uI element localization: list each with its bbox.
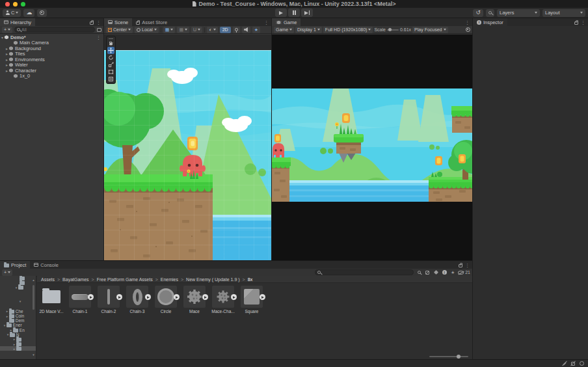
scale-slider-thumb[interactable] (388, 28, 392, 31)
scene-effects-toggle[interactable]: ★ (252, 27, 260, 33)
scene-picker-icon[interactable] (97, 28, 101, 32)
tree-folder-row[interactable]: ▾ (0, 299, 36, 304)
size-slider-thumb[interactable] (457, 355, 461, 359)
kebab-menu-icon[interactable]: ⋮ (581, 20, 585, 25)
hierarchy-item[interactable]: ▸ Character (0, 68, 103, 74)
asset-item[interactable]: Square (239, 286, 265, 314)
lock-icon[interactable] (459, 264, 462, 267)
kebab-menu-icon[interactable]: ⋮ (465, 20, 470, 25)
asset-item[interactable]: Chain-3 (124, 286, 150, 314)
tree-scrollbar[interactable]: ▲ ▼ (32, 279, 35, 357)
lock-icon[interactable] (90, 21, 94, 25)
hierarchy-item[interactable]: ▸ Water (0, 62, 103, 68)
asset-item[interactable]: Chain-2 (96, 286, 122, 314)
tab-hierarchy[interactable]: Hierarchy (0, 18, 35, 26)
asset-item[interactable]: 2D Mace V... (38, 286, 64, 314)
scrollbar-thumb[interactable] (33, 285, 34, 310)
hierarchy-item[interactable]: 1x_0 (0, 74, 103, 79)
breadcrumb-item[interactable]: Free Platform Game Assets (96, 277, 159, 282)
create-asset-dropdown[interactable]: + (2, 269, 12, 276)
hierarchy-item[interactable]: ▸ Tiles (0, 51, 103, 57)
2d-mode-toggle[interactable]: 2D (220, 27, 231, 33)
label-filter-icon[interactable] (433, 269, 439, 275)
scene-viewport[interactable] (104, 34, 271, 260)
rect-tool[interactable] (107, 68, 114, 75)
search-by-type-icon[interactable] (416, 269, 422, 275)
tree-folder-row[interactable]: ▸ En (0, 328, 36, 333)
tree-folder-row[interactable]: ▾ (0, 285, 36, 290)
thumbnail-size-slider[interactable] (429, 356, 468, 357)
tab-scene[interactable]: Scene (104, 18, 132, 26)
kebab-menu-icon[interactable]: ⋮ (465, 263, 470, 267)
resolution-dropdown[interactable]: Full HD (1920x1080) (323, 27, 373, 33)
hierarchy-item[interactable]: ▸ Background (0, 46, 103, 51)
auto-lighting-off-icon[interactable] (562, 361, 567, 366)
pause-button[interactable] (288, 8, 300, 17)
package-filter-icon[interactable] (424, 269, 431, 275)
hierarchy-item[interactable]: ▸ Environments (0, 57, 103, 62)
tab-asset-store[interactable]: Asset Store (132, 18, 171, 26)
scale-tool[interactable] (107, 61, 114, 68)
add-object-dropdown[interactable]: + (2, 27, 12, 33)
favorites-star-icon[interactable]: ★ (449, 269, 456, 275)
play-badge[interactable] (231, 294, 237, 300)
scale-slider[interactable] (387, 29, 399, 31)
game-viewport[interactable] (272, 34, 472, 260)
tree-folder-row[interactable]: ▸ Che (0, 309, 36, 314)
view-hand-tool[interactable] (107, 40, 114, 47)
tree-folder-row[interactable]: Dem (0, 318, 36, 323)
tab-inspector[interactable]: i Inspector (473, 18, 507, 26)
breadcrumb-item[interactable]: Enemies (159, 277, 185, 282)
tool-handle-rotation-dropdown[interactable]: Local (135, 27, 159, 33)
hierarchy-scene-row[interactable]: ▾ Demo* ⋮ (0, 34, 103, 40)
tab-console[interactable]: Console (30, 261, 62, 269)
draw-mode-dropdown[interactable]: ◐ (207, 27, 217, 33)
grid-snapping-dropdown[interactable]: ⊓ (191, 27, 202, 33)
info-filter-icon[interactable]: ! (441, 269, 448, 275)
snap-increment-dropdown[interactable]: ▦ (177, 27, 189, 33)
tree-folder-row[interactable] (0, 276, 36, 280)
play-focused-dropdown[interactable]: Play Focused (412, 27, 448, 33)
play-badge[interactable] (260, 294, 265, 300)
hierarchy-search-field[interactable] (14, 27, 95, 33)
scene-audio-toggle[interactable] (242, 27, 250, 33)
breadcrumb-item[interactable]: Assets (40, 277, 61, 282)
breadcrumb-item[interactable]: BayatGames (61, 277, 96, 282)
kebab-menu-icon[interactable]: ⋮ (264, 20, 269, 25)
transform-tool[interactable] (107, 75, 114, 83)
step-button[interactable] (301, 8, 313, 17)
hidden-packages-toggle[interactable]: 21 (458, 269, 470, 275)
tab-project[interactable]: Project (0, 261, 30, 269)
bake-disabled-icon[interactable] (570, 361, 576, 366)
breadcrumb-item-current[interactable]: 8x (247, 277, 254, 282)
kebab-menu-icon[interactable]: ⋮ (96, 35, 101, 40)
tree-folder-row[interactable]: ▾ Ener (0, 323, 36, 327)
asset-item[interactable]: Chain-1 (67, 286, 93, 314)
play-badge[interactable] (174, 294, 180, 300)
play-badge[interactable] (116, 294, 122, 300)
kebab-menu-icon[interactable]: ⋮ (96, 20, 101, 25)
activity-progress-icon[interactable] (579, 361, 584, 366)
breadcrumb-item[interactable]: New Enemy ( Update 1.9 ) (185, 277, 247, 282)
tree-folder-row-selected[interactable]: ▸ (0, 346, 36, 351)
search-input[interactable] (21, 27, 92, 32)
move-tool[interactable] (107, 47, 114, 54)
game-settings-gear-icon[interactable] (466, 27, 470, 32)
play-button[interactable] (275, 8, 287, 17)
play-badge[interactable] (88, 294, 94, 300)
display-mode-dropdown[interactable]: Game (274, 27, 294, 33)
rotate-tool[interactable] (107, 54, 114, 61)
asset-item[interactable]: Mace-Cha... (210, 286, 236, 314)
lock-icon[interactable] (574, 21, 578, 25)
display-target-dropdown[interactable]: Display 1 (295, 27, 322, 33)
asset-item[interactable]: Mace (181, 286, 207, 314)
tab-game[interactable]: Game (272, 18, 301, 26)
play-badge[interactable] (202, 294, 208, 300)
tool-handle-pivot-dropdown[interactable]: Center (106, 27, 133, 33)
play-badge[interactable] (145, 294, 151, 300)
asset-item[interactable]: Circle (153, 286, 179, 314)
tree-folder-row[interactable]: ▸ Coin (0, 314, 36, 318)
project-search-field[interactable] (315, 269, 414, 275)
hierarchy-item[interactable]: Main Camera (0, 40, 103, 46)
grid-visibility-dropdown[interactable]: ▦ (163, 27, 176, 33)
